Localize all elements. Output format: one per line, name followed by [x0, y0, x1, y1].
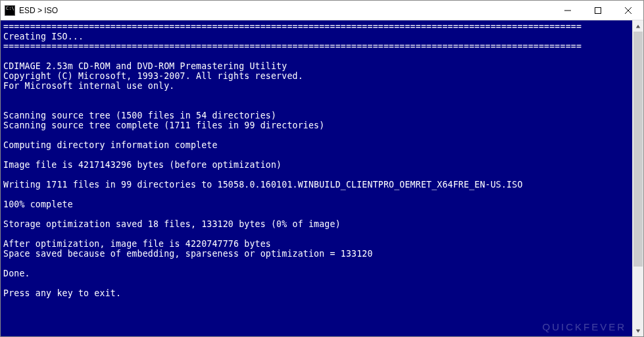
line-util3: For Microsoft internal use only.	[3, 81, 174, 91]
window-title: ESD > ISO	[19, 6, 58, 15]
line-progress: 100% complete	[3, 199, 73, 209]
sep2: ========================================…	[3, 41, 582, 51]
watermark: QUICKFEVER	[542, 321, 626, 332]
chevron-down-icon	[635, 328, 641, 334]
line-exit: Press any key to exit.	[3, 288, 121, 298]
titlebar-left: ESD > ISO	[1, 5, 58, 16]
maximize-icon	[595, 7, 601, 14]
line-scan2: Scanning source tree complete (1711 file…	[3, 120, 324, 130]
svg-rect-0	[564, 10, 571, 11]
cmd-icon	[5, 5, 15, 16]
line-done: Done.	[3, 269, 30, 278]
scroll-up-button[interactable]	[633, 20, 643, 32]
maximize-button[interactable]	[583, 1, 613, 20]
line-after2: Space saved because of embedding, sparse…	[3, 249, 373, 259]
line-util2: Copyright (C) Microsoft, 1993-2007. All …	[3, 71, 303, 81]
line-imgsize: Image file is 4217143296 bytes (before o…	[3, 160, 282, 170]
scrollbar-thumb[interactable]	[633, 32, 643, 267]
vertical-scrollbar[interactable]	[632, 20, 643, 336]
line-compute: Computing directory information complete	[3, 140, 218, 150]
watermark-part1: QUICK	[542, 321, 583, 332]
svg-marker-5	[636, 329, 640, 332]
line-scan1: Scanning source tree (1500 files in 54 d…	[3, 111, 276, 120]
client-area: ========================================…	[1, 20, 643, 336]
scroll-down-button[interactable]	[633, 325, 643, 336]
line-util1: CDIMAGE 2.53m CD-ROM and DVD-ROM Premast…	[3, 61, 287, 71]
app-window: ESD > ISO ==============================…	[0, 0, 644, 337]
svg-rect-1	[595, 7, 601, 13]
line-writing: Writing 1711 files in 99 directories to …	[3, 180, 523, 190]
heading: Creating ISO...	[3, 32, 84, 41]
scrollbar-track[interactable]	[633, 32, 643, 325]
window-controls	[553, 1, 643, 20]
close-button[interactable]	[613, 1, 643, 20]
minimize-icon	[564, 7, 571, 14]
line-after1: After optimization, image file is 422074…	[3, 239, 271, 249]
console-output[interactable]: ========================================…	[1, 20, 632, 336]
line-storage: Storage optimization saved 18 files, 133…	[3, 219, 341, 229]
titlebar[interactable]: ESD > ISO	[1, 1, 643, 20]
minimize-button[interactable]	[553, 1, 583, 20]
svg-marker-4	[636, 24, 640, 28]
close-icon	[625, 7, 632, 14]
chevron-up-icon	[635, 24, 641, 29]
watermark-part2: FEVER	[583, 321, 626, 332]
sep1: ========================================…	[3, 22, 582, 32]
